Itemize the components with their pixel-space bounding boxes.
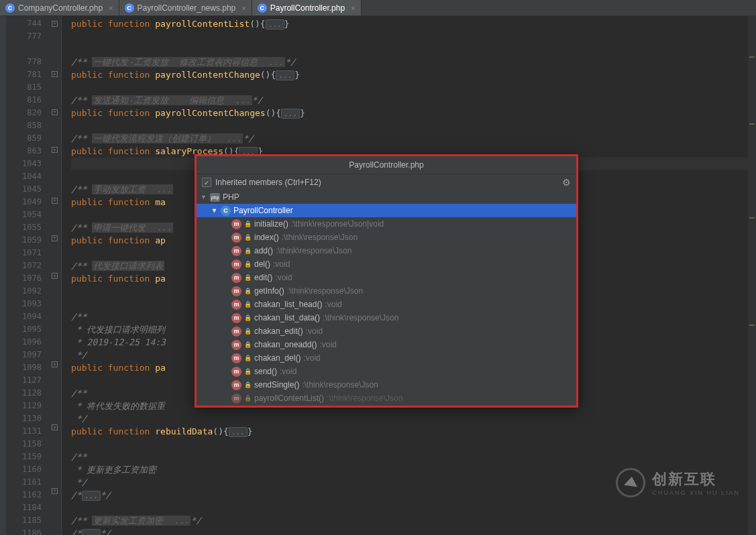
tree-class-node[interactable]: ▼ C PayrollController: [197, 204, 576, 217]
code-line[interactable]: public function payrollContentChanges(){…: [71, 107, 756, 119]
lock-icon: 🔒: [244, 274, 252, 281]
file-structure-popup[interactable]: PayrollController.php ✓ Inherited member…: [195, 154, 578, 408]
method-icon: m: [231, 219, 241, 229]
line-number: 863: [7, 145, 42, 158]
member-name: chakan_oneadd(): [254, 340, 317, 349]
code-line[interactable]: */: [71, 412, 756, 425]
member-return: :\think\response\Json: [282, 233, 358, 242]
structure-member[interactable]: m🔒edit():void: [197, 271, 576, 284]
popup-toolbar: ✓ Inherited members (Ctrl+F12) ⚙: [197, 174, 576, 190]
lock-icon: 🔒: [244, 247, 252, 254]
php-class-icon: C: [258, 3, 267, 13]
method-icon: m: [231, 313, 241, 323]
watermark: 创新互联 CHUANG XIN HU LIAN: [616, 468, 740, 497]
line-number: 778: [7, 56, 42, 68]
code-line[interactable]: [71, 43, 756, 56]
fold-expand-icon[interactable]: +: [52, 147, 58, 153]
structure-member[interactable]: m🔒getInfo():\think\response\Json: [197, 284, 576, 298]
structure-member[interactable]: m🔒initialize():\think\response\Json|void: [197, 217, 576, 231]
chevron-down-icon[interactable]: ▼: [201, 194, 207, 200]
line-number: 1184: [7, 501, 42, 514]
code-line[interactable]: /** 一键代发-工资发放 修改工资表内容信息 ...*/: [71, 56, 756, 68]
tab-payroll-controller[interactable]: C PayrollController.php ×: [252, 0, 362, 15]
code-line[interactable]: [71, 119, 756, 132]
line-number: 1129: [7, 400, 42, 412]
member-name: getInfo(): [254, 286, 284, 296]
tab-payroll-news[interactable]: C PayrollController_news.php ×: [119, 0, 252, 15]
code-line[interactable]: /** 更新实发工资加密 ...*/: [71, 514, 756, 527]
code-line[interactable]: [71, 501, 756, 514]
structure-member[interactable]: m🔒chakan_oneadd():void: [197, 338, 576, 351]
structure-member[interactable]: m🔒payrollContentList():\think\response\J…: [197, 392, 576, 405]
code-line[interactable]: /** 发送通知-工资发放 编辑信息 ...*/: [71, 94, 756, 107]
method-icon: m: [231, 233, 241, 243]
code-line[interactable]: [71, 30, 756, 43]
fold-expand-icon[interactable]: +: [52, 71, 58, 77]
structure-member[interactable]: m🔒index():\think\response\Json: [197, 231, 576, 244]
chevron-down-icon[interactable]: ▼: [211, 207, 218, 214]
lock-icon: 🔒: [244, 314, 252, 321]
fold-expand-icon[interactable]: +: [52, 488, 58, 494]
fold-expand-icon[interactable]: +: [52, 198, 58, 204]
method-icon: m: [231, 259, 241, 270]
line-number: 1076: [7, 272, 42, 285]
tree-label: PHP: [223, 192, 239, 202]
code-line[interactable]: public function payrollContentList(){...…: [71, 17, 756, 30]
close-icon[interactable]: ×: [351, 4, 355, 12]
code-line[interactable]: public function rebuildData(){...}: [71, 425, 756, 438]
structure-member[interactable]: m🔒chakan_del():void: [197, 351, 576, 365]
structure-tree[interactable]: ▼ php PHP ▼ C PayrollController m🔒initia…: [197, 190, 576, 406]
code-line[interactable]: /**: [71, 451, 756, 463]
tab-company-controller[interactable]: C CompanyController.php ×: [0, 0, 119, 15]
member-return: :void: [303, 353, 320, 363]
member-name: index(): [254, 233, 279, 242]
code-line[interactable]: [71, 438, 756, 451]
structure-member[interactable]: m🔒chakan_list_head():void: [197, 298, 576, 311]
line-number: 1161: [7, 476, 42, 489]
line-number: 1158: [7, 438, 42, 451]
structure-member[interactable]: m🔒add():\think\response\Json: [197, 244, 576, 257]
code-line[interactable]: [71, 81, 756, 94]
lock-icon: 🔒: [244, 328, 252, 335]
line-number: 1044: [7, 170, 42, 183]
fold-expand-icon[interactable]: +: [52, 21, 58, 27]
close-icon[interactable]: ×: [109, 4, 113, 12]
line-number: 1054: [7, 209, 42, 221]
lock-icon: 🔒: [244, 301, 252, 308]
fold-expand-icon[interactable]: +: [52, 361, 58, 367]
structure-member[interactable]: m🔒send():void: [197, 365, 576, 378]
structure-member[interactable]: m🔒del():void: [197, 257, 576, 271]
php-class-icon: C: [125, 3, 134, 13]
tab-label: PayrollController_news.php: [138, 3, 236, 13]
line-number: [7, 43, 42, 56]
lock-icon: 🔒: [244, 381, 252, 388]
fold-expand-icon[interactable]: +: [52, 109, 58, 115]
line-number: 1043: [7, 158, 42, 170]
line-number: 1160: [7, 463, 42, 476]
structure-member[interactable]: m🔒chakan_edit():void: [197, 324, 576, 338]
code-line[interactable]: /*...*/: [71, 527, 756, 535]
line-number: 1095: [7, 323, 42, 336]
inherited-checkbox[interactable]: ✓: [202, 178, 211, 187]
member-name: sendSingle(): [254, 380, 299, 390]
line-number: 1159: [7, 451, 42, 463]
inherited-label: Inherited members (Ctrl+F12): [215, 178, 321, 187]
fold-expand-icon[interactable]: +: [52, 424, 58, 430]
lock-icon: 🔒: [244, 395, 252, 402]
structure-member[interactable]: m🔒chakan_list_data():\think\response\Jso…: [197, 311, 576, 324]
php-class-icon: C: [5, 3, 15, 13]
class-icon: C: [221, 206, 231, 216]
tree-php-node[interactable]: ▼ php PHP: [197, 190, 576, 204]
line-number: 744: [7, 17, 42, 30]
gear-icon[interactable]: ⚙: [562, 177, 571, 188]
close-icon[interactable]: ×: [241, 4, 246, 12]
code-line[interactable]: public function payrollContentChange(){.…: [71, 68, 756, 81]
line-number: 1072: [7, 259, 42, 272]
scrollbar-marker[interactable]: [748, 16, 756, 535]
line-number: 1092: [7, 285, 42, 298]
fold-expand-icon[interactable]: +: [52, 273, 58, 279]
fold-expand-icon[interactable]: +: [52, 235, 58, 241]
structure-member[interactable]: m🔒sendSingle():\think\response\Json: [197, 378, 576, 392]
member-name: chakan_del(): [254, 353, 301, 363]
code-line[interactable]: /** 一键代发流程发送（创建订单） ...*/: [71, 132, 756, 145]
